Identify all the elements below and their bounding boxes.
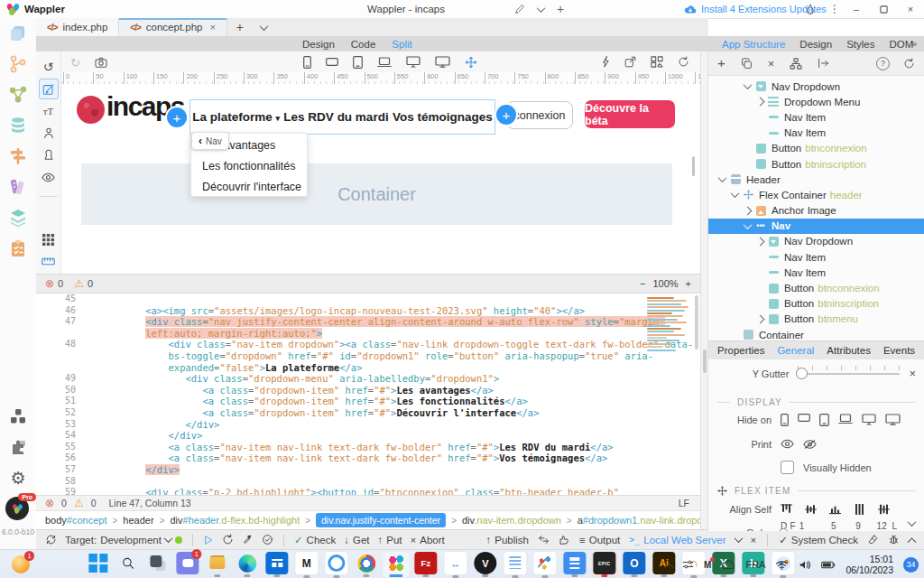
panel-tab-design[interactable]: Design [799,39,832,50]
nav-link-plateforme[interactable]: La plateforme ▾ [192,110,280,124]
selected-element-chip[interactable]: ‹Nav [191,132,229,150]
share-icon[interactable] [624,56,636,68]
notification-badge[interactable]: 34 [903,557,919,573]
wappler-pro-icon[interactable]: Pro [5,497,31,522]
incaps-logo-icon[interactable] [77,96,105,124]
tray-onedrive-icon[interactable] [721,560,735,570]
element-add-badge[interactable]: + [496,105,516,125]
close-button[interactable]: × [897,0,924,18]
server-close-icon[interactable]: × [751,535,757,545]
tab-events[interactable]: Events [883,345,915,356]
tray-media-icon[interactable]: M [704,559,711,570]
panel-tab-styles[interactable]: Styles [846,39,874,50]
project-icon[interactable] [0,18,36,49]
editor-scrollbar[interactable] [695,295,698,350]
align-self-end-icon[interactable] [878,504,890,515]
tree-node-dropdown-menu[interactable]: Dropdown Menu [708,94,924,109]
snapshot-icon[interactable] [651,56,663,68]
get-button[interactable]: ↓Get [344,535,369,545]
more-menu-icon[interactable]: ⋮ [829,3,840,15]
code-editor[interactable]: 4546<a><img src="assets/images/logo-inca… [36,294,700,495]
approve-icon[interactable] [559,534,570,545]
eye-icon[interactable] [39,167,59,187]
view-mode-split[interactable]: Split [392,39,411,50]
element-add-badge[interactable]: + [167,107,187,127]
reload-icon[interactable] [222,534,234,545]
copy-icon[interactable] [741,58,753,70]
align-self-center-icon[interactable] [805,504,817,515]
tree-node-flex-container[interactable]: Flex Containerheader [708,187,924,202]
panel-splitter[interactable] [700,51,708,529]
panel-tab-app-structure[interactable]: App Structure [722,39,785,50]
element-tool-icon[interactable] [39,145,59,165]
device-phone-landscape[interactable] [326,58,338,66]
taskbar-task-view[interactable] [144,552,171,577]
design-canvas[interactable]: incaps + La plateforme ▾ Les RDV du mard… [61,84,700,274]
hide-on-device-laptop[interactable] [838,414,853,426]
move-tool[interactable] [465,56,477,69]
file-tab-index-php[interactable]: </>index.php [36,18,119,36]
target-dropdown-icon[interactable] [163,534,172,543]
taskbar-start[interactable] [85,552,111,577]
tasks-icon[interactable] [0,233,36,264]
tree-node-button[interactable]: Buttonbtnconnexion [708,141,924,156]
tree-node-nav-dropdown[interactable]: Nav Dropdown [708,234,924,249]
target-value[interactable]: Development [100,535,162,545]
tree-node-nav-dropdown[interactable]: Nav Dropdown [708,79,924,94]
clean-icon[interactable] [867,534,879,545]
redo-icon[interactable]: ↻ [70,54,80,70]
run-icon[interactable] [203,535,214,545]
tree-node-button[interactable]: Buttonbtninscription [708,156,924,172]
panel-tab-dom[interactable]: DOM [889,39,913,50]
tray-overflow-icon[interactable] [665,563,674,572]
tree-icon[interactable] [790,58,802,70]
new-tab-button[interactable]: + [227,18,253,36]
flash-icon[interactable] [601,56,610,68]
ruler-icon[interactable] [39,252,59,272]
put-button[interactable]: ↑Put [377,535,402,545]
taskbar-v-app[interactable]: V [472,552,498,577]
tree-node-button[interactable]: Buttonbtninscription [708,296,924,312]
layers-icon[interactable] [0,202,36,233]
dropdown-item-fonctionnalites[interactable]: Les fonctionnalités [191,156,307,177]
taskbar-outlook[interactable]: O [621,552,647,577]
close-tab-icon[interactable]: × [209,22,215,33]
publish-button[interactable]: ↑Publish [486,535,529,545]
tree-node-nav[interactable]: •••Nav [708,219,924,234]
scroll-down-icon[interactable] [908,517,917,527]
breadcrumb-item[interactable]: a#dropdown1.nav-link.dropdown-toggle [578,515,700,526]
nav-link-rdv[interactable]: Les RDV du mardi [283,110,388,124]
view-mode-design[interactable]: Design [302,39,335,50]
tree-node-nav-item[interactable]: Nav Item [708,265,924,280]
chevron-closed-icon[interactable] [753,316,766,322]
taskbar-calculator[interactable] [561,552,587,577]
taskbar-widgets[interactable]: 1 [7,554,33,576]
camera-icon[interactable] [95,57,107,68]
taskbar-file-explorer[interactable] [204,552,230,577]
chevron-open-icon[interactable] [741,83,753,89]
device-phone[interactable] [303,56,311,69]
taskbar-ring-app[interactable] [323,551,349,578]
device-tablet[interactable] [353,56,363,69]
server-dropdown-icon[interactable] [734,534,743,543]
connexion-button[interactable]: connexion [506,101,573,129]
chevron-open-icon[interactable] [716,176,728,182]
database-icon[interactable] [0,110,36,141]
chevron-open-icon[interactable] [728,191,741,198]
taskbar-notes-app[interactable] [502,551,528,578]
align-self-start-icon[interactable] [781,504,792,515]
hide-on-device-desktop[interactable] [862,414,876,426]
hide-on-device-tablet[interactable] [819,414,829,426]
refresh-target-icon[interactable] [45,534,57,545]
taskbar-microsoft-store[interactable] [263,552,290,577]
beta-cta-button[interactable]: Découvre la béta [585,100,675,128]
tree-node-header[interactable]: Header [708,172,924,187]
extensions-icon[interactable] [0,432,36,462]
text-tool-icon[interactable]: тT [39,101,59,121]
grid-icon[interactable] [39,229,59,249]
tree-node-anchor-image[interactable]: Anchor Image [708,203,924,219]
git-icon[interactable] [0,49,36,79]
tray-volume-icon[interactable] [799,560,811,570]
hide-on-device-phone-landscape[interactable] [798,414,810,426]
taskbar-filezilla[interactable]: Fz [412,552,439,577]
